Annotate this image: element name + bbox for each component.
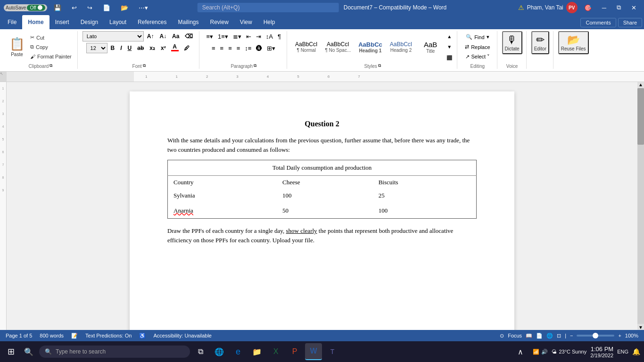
tab-insert[interactable]: Insert	[50, 15, 75, 29]
italic-button[interactable]: I	[118, 43, 124, 53]
ribbon-display-options[interactable]: 🎯	[580, 2, 595, 13]
scroll-up-button[interactable]: ▲	[637, 82, 644, 87]
tab-layout[interactable]: Layout	[104, 15, 132, 29]
open-button[interactable]: 📂	[117, 2, 132, 13]
styles-scroll-down[interactable]: ▼	[446, 43, 453, 50]
redo-button[interactable]: ↪	[83, 2, 96, 13]
taskbar-explorer[interactable]: 📁	[248, 343, 265, 360]
sort-button[interactable]: ↕A	[264, 31, 275, 41]
show-formatting-button[interactable]: ¶	[276, 31, 283, 41]
font-size-select[interactable]: 12	[86, 43, 107, 53]
borders-button[interactable]: ⊞▾	[265, 43, 277, 53]
bullets-button[interactable]: ≡▾	[204, 31, 215, 41]
find-button[interactable]: 🔍 Find ▾	[463, 33, 492, 41]
decrease-font-button[interactable]: A↓	[157, 31, 169, 41]
zoom-minus[interactable]: −	[570, 333, 573, 338]
search-taskbar-button[interactable]: 🔍	[20, 343, 37, 360]
restore-button[interactable]: ⧉	[613, 2, 625, 13]
search-input[interactable]	[198, 3, 339, 12]
style-heading1[interactable]: AaBbCc Heading 1	[355, 34, 386, 60]
cut-button[interactable]: ✂ Cut	[28, 33, 74, 42]
style-heading2[interactable]: AaBbCcI Heading 2	[387, 34, 415, 60]
decrease-indent-button[interactable]: ⇤	[244, 31, 253, 41]
editor-button[interactable]: ✏ Editor	[531, 31, 549, 54]
tab-references[interactable]: References	[132, 15, 172, 29]
dictate-button[interactable]: 🎙 Dictate	[502, 31, 522, 54]
taskbar-edge[interactable]: e	[230, 343, 247, 360]
reuse-files-button[interactable]: 📂 Reuse Files	[558, 31, 589, 54]
accessibility-status[interactable]: Accessibility: Unavailable	[153, 333, 212, 338]
tab-review[interactable]: Review	[204, 15, 234, 29]
styles-expand-btn[interactable]: ⧉	[378, 63, 381, 68]
autosave-toggle[interactable]: AutoSave Off	[4, 4, 47, 11]
justify-button[interactable]: ≡	[235, 43, 242, 53]
avatar[interactable]: PV	[566, 2, 578, 13]
align-right-button[interactable]: ≡	[226, 43, 234, 53]
taskbar-search-bar[interactable]: 🔍 Type here to search	[39, 346, 190, 358]
replace-button[interactable]: ⇄ Replace	[462, 43, 493, 51]
zoom-level[interactable]: 100%	[625, 333, 638, 338]
share-button[interactable]: Share	[618, 18, 642, 27]
taskbar-word[interactable]: W	[305, 343, 322, 360]
align-center-button[interactable]: ≡	[218, 43, 226, 53]
save-button[interactable]: 💾	[50, 2, 65, 13]
undo-button[interactable]: ↩	[68, 2, 81, 13]
minimize-button[interactable]: ─	[598, 2, 610, 13]
line-spacing-button[interactable]: ↕≡	[243, 43, 253, 53]
scroll-down-button[interactable]: ▼	[637, 325, 644, 330]
subscript-button[interactable]: x₂	[147, 43, 157, 53]
paste-button[interactable]: 📋 Paste	[8, 33, 26, 61]
vertical-scrollbar[interactable]: ▲ ▼	[637, 82, 644, 330]
format-painter-button[interactable]: 🖌 Format Painter	[28, 52, 74, 61]
style-no-spacing[interactable]: AaBbCcI ¶ No Spac...	[322, 34, 354, 60]
paragraph-expand[interactable]: ⧉	[254, 63, 256, 68]
numbering-button[interactable]: 1≡▾	[216, 31, 230, 41]
underline-button[interactable]: U	[125, 43, 134, 53]
font-expand[interactable]: ⧉	[143, 63, 146, 68]
close-button[interactable]: ✕	[627, 2, 640, 13]
styles-scroll-up[interactable]: ▲	[446, 33, 453, 40]
tab-mailings[interactable]: Mailings	[172, 15, 204, 29]
style-normal[interactable]: AaBbCcI ¶ Normal	[292, 34, 321, 60]
taskbar-excel[interactable]: X	[267, 343, 284, 360]
clear-formatting-button[interactable]: ⌫	[182, 31, 195, 41]
increase-font-button[interactable]: A↑	[145, 31, 157, 41]
tab-view[interactable]: View	[234, 15, 258, 29]
comments-button[interactable]: Comments	[580, 18, 616, 27]
start-button[interactable]: ⊞	[4, 345, 18, 359]
clipboard-expand[interactable]: ⧉	[50, 63, 52, 68]
bold-button[interactable]: B	[108, 43, 117, 53]
task-view-button[interactable]: ⧉	[192, 343, 209, 360]
style-title[interactable]: AaB Title	[416, 34, 445, 60]
scroll-thumb[interactable]	[637, 88, 644, 145]
align-left-button[interactable]: ≡	[210, 43, 217, 53]
notification-button[interactable]: 🔔	[632, 348, 640, 355]
tab-file[interactable]: File	[2, 15, 22, 29]
tab-home[interactable]: Home	[22, 15, 49, 29]
select-button[interactable]: ↗ Select ˅	[462, 53, 493, 61]
taskbar-teams[interactable]: T	[324, 343, 341, 360]
copy-button[interactable]: ⧉ Copy	[28, 43, 74, 51]
font-color-button[interactable]: A	[169, 43, 181, 53]
multilevel-list-button[interactable]: ≣▾	[231, 31, 243, 41]
styles-expand[interactable]: ⬛	[446, 54, 453, 61]
clock[interactable]: 1:06 PM 2/19/2022	[590, 346, 613, 358]
taskbar-chrome[interactable]: 🌐	[211, 343, 228, 360]
taskbar-powerpoint[interactable]: P	[286, 343, 303, 360]
tab-help[interactable]: Help	[258, 15, 281, 29]
customize-qat[interactable]: ⋯▾	[135, 2, 152, 13]
highlight-button[interactable]: 🖊	[182, 43, 192, 53]
new-button[interactable]: 📄	[99, 2, 114, 13]
superscript-button[interactable]: x²	[158, 43, 168, 53]
zoom-slider[interactable]	[577, 335, 614, 337]
increase-indent-button[interactable]: ⇥	[254, 31, 263, 41]
tab-design[interactable]: Design	[75, 15, 104, 29]
zoom-plus[interactable]: +	[618, 333, 621, 338]
shading-button[interactable]: 🅐	[254, 43, 264, 53]
change-case-button[interactable]: Aa	[170, 31, 182, 41]
text-predictions[interactable]: Text Predictions: On	[85, 333, 132, 338]
taskbar-hidden-icons[interactable]: ∧	[512, 343, 529, 360]
focus-label[interactable]: Focus	[508, 333, 522, 338]
strikethrough-button[interactable]: ab	[135, 43, 146, 53]
font-family-select[interactable]: Lato	[83, 31, 144, 41]
